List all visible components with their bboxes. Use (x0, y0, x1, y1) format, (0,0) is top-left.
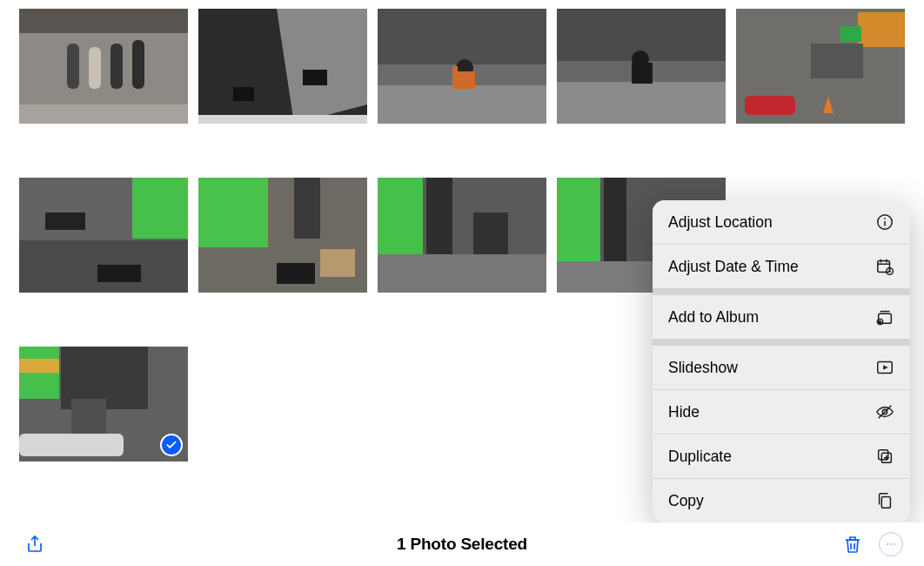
svg-rect-24 (858, 12, 905, 47)
svg-rect-2 (19, 104, 188, 124)
menu-separator (653, 339, 910, 346)
trash-icon (842, 534, 863, 555)
album-add-icon (875, 307, 894, 327)
menu-label: Duplicate (668, 448, 732, 466)
photo-thumbnail[interactable] (19, 9, 188, 124)
menu-label: Adjust Location (668, 213, 773, 232)
selection-status-text: 1 Photo Selected (397, 535, 527, 554)
svg-rect-36 (294, 178, 320, 239)
photo-thumbnail[interactable] (19, 178, 188, 293)
svg-rect-5 (110, 44, 123, 89)
menu-duplicate[interactable]: Duplicate (653, 434, 910, 478)
svg-rect-57 (878, 261, 890, 273)
photo-placeholder (19, 9, 188, 124)
photo-placeholder (198, 9, 367, 124)
eye-slash-icon (875, 402, 894, 421)
svg-rect-16 (456, 71, 475, 89)
svg-rect-13 (378, 85, 546, 124)
svg-point-75 (887, 543, 888, 545)
svg-rect-43 (473, 212, 508, 254)
toolbar-right (839, 530, 903, 558)
svg-rect-33 (97, 265, 141, 282)
photo-placeholder (736, 9, 905, 124)
photo-placeholder (557, 9, 726, 124)
svg-rect-1 (19, 9, 188, 33)
photo-thumbnail[interactable] (557, 9, 726, 124)
photo-thumbnail[interactable] (198, 178, 367, 293)
svg-rect-38 (320, 249, 355, 277)
svg-rect-17 (452, 66, 458, 89)
photo-thumbnail[interactable] (378, 178, 546, 293)
svg-rect-10 (233, 87, 254, 101)
svg-rect-4 (89, 47, 101, 89)
svg-point-76 (890, 543, 892, 545)
menu-label: Adjust Date & Time (668, 258, 799, 276)
svg-rect-72 (881, 496, 890, 508)
copy-icon (875, 491, 894, 510)
svg-rect-26 (840, 26, 861, 42)
svg-rect-22 (632, 63, 653, 84)
menu-hide[interactable]: Hide (653, 389, 910, 434)
svg-rect-45 (557, 178, 600, 261)
menu-adjust-datetime[interactable]: Adjust Date & Time (653, 244, 910, 288)
share-icon (24, 534, 45, 555)
more-button[interactable] (879, 532, 903, 556)
menu-label: Hide (668, 403, 700, 421)
svg-rect-37 (277, 263, 315, 284)
svg-rect-11 (198, 115, 367, 124)
svg-rect-9 (303, 70, 327, 85)
selection-check-icon (160, 434, 183, 456)
photo-placeholder (378, 9, 546, 124)
svg-rect-42 (378, 254, 546, 293)
svg-rect-25 (745, 96, 795, 115)
svg-rect-35 (198, 178, 268, 247)
photo-thumbnail[interactable] (198, 9, 367, 124)
svg-rect-46 (604, 178, 626, 261)
svg-rect-6 (132, 40, 144, 89)
photo-thumbnail[interactable] (736, 9, 905, 124)
photo-thumbnail[interactable] (378, 9, 546, 124)
menu-add-to-album[interactable]: Add to Album (653, 295, 910, 339)
svg-marker-65 (883, 365, 888, 370)
menu-adjust-location[interactable]: Adjust Location (653, 200, 910, 244)
photo-placeholder (198, 178, 367, 293)
svg-rect-52 (19, 434, 124, 456)
info-icon (875, 212, 894, 232)
svg-rect-3 (67, 44, 79, 89)
svg-rect-19 (557, 82, 726, 124)
svg-rect-40 (378, 178, 423, 256)
menu-label: Copy (668, 492, 704, 510)
delete-button[interactable] (839, 530, 867, 558)
svg-rect-41 (426, 178, 452, 256)
svg-point-77 (894, 543, 895, 545)
actions-popover: Adjust Location Adjust Date & Time Add t… (653, 200, 910, 522)
photo-thumbnail-selected[interactable] (19, 347, 188, 462)
menu-copy[interactable]: Copy (653, 478, 910, 522)
calendar-clock-icon (875, 257, 894, 276)
share-button[interactable] (21, 530, 49, 558)
play-rect-icon (875, 358, 894, 377)
svg-rect-27 (811, 44, 863, 78)
menu-separator (653, 288, 910, 295)
svg-rect-50 (19, 359, 59, 373)
svg-rect-30 (132, 178, 188, 239)
menu-label: Slideshow (668, 359, 738, 377)
ellipsis-icon (884, 537, 898, 551)
bottom-toolbar: 1 Photo Selected (0, 522, 924, 566)
svg-rect-32 (45, 212, 85, 230)
duplicate-icon (875, 447, 894, 466)
photo-placeholder (19, 178, 188, 293)
menu-slideshow[interactable]: Slideshow (653, 346, 910, 389)
photo-placeholder (378, 178, 546, 293)
menu-label: Add to Album (668, 308, 759, 327)
app-root: Adjust Location Adjust Date & Time Add t… (0, 0, 924, 566)
svg-rect-53 (71, 399, 106, 434)
svg-point-55 (884, 218, 886, 219)
